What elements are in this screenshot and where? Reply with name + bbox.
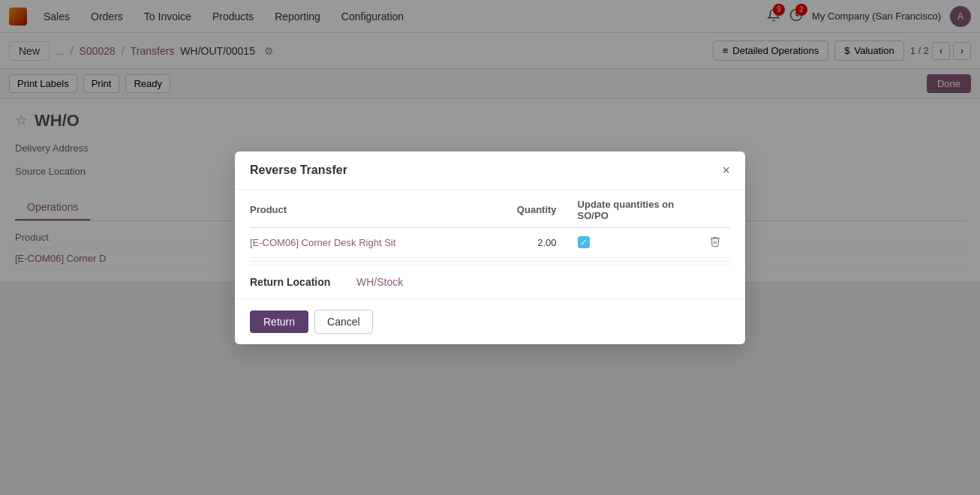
modal-quantity-value: 2.00 bbox=[495, 237, 572, 248]
modal-table-row: [E-COM06] Corner Desk Right Sit 2.00 ✓ bbox=[250, 228, 730, 258]
modal-update-checkbox[interactable]: ✓ bbox=[572, 236, 700, 249]
modal-table-header: Product Quantity Update quantities on SO… bbox=[250, 190, 730, 228]
modal-close-button[interactable]: × bbox=[722, 164, 730, 177]
modal-product-link[interactable]: [E-COM06] Corner Desk Right Sit bbox=[250, 237, 495, 248]
modal-title: Reverse Transfer bbox=[250, 164, 347, 177]
checkbox-checked-icon[interactable]: ✓ bbox=[578, 236, 590, 248]
reverse-transfer-modal: Reverse Transfer × Product Quantity Upda… bbox=[235, 152, 745, 282]
modal-divider bbox=[250, 261, 730, 262]
modal-header: Reverse Transfer × bbox=[235, 152, 745, 190]
modal-col-product-header: Product bbox=[250, 204, 495, 215]
modal-col-quantity-header: Quantity bbox=[495, 204, 572, 215]
return-location-label: Return Location bbox=[250, 276, 347, 282]
modal-delete-icon[interactable] bbox=[700, 236, 730, 250]
modal-col-update-header: Update quantities on SO/PO bbox=[572, 199, 700, 221]
modal-overlay: Reverse Transfer × Product Quantity Upda… bbox=[0, 0, 980, 281]
return-location-value[interactable]: WH/Stock bbox=[356, 276, 403, 282]
modal-return-location: Return Location WH/Stock bbox=[250, 265, 730, 282]
modal-body: Product Quantity Update quantities on SO… bbox=[235, 190, 745, 282]
